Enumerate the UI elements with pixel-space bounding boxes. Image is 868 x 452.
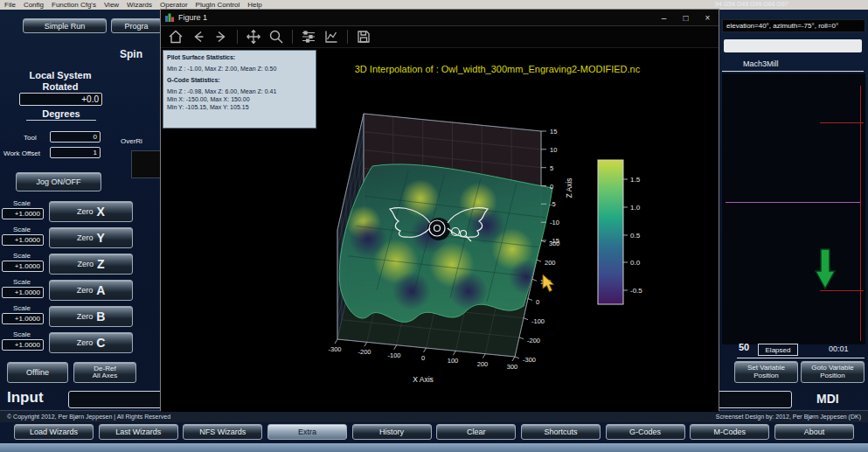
z-tick-labels: 15 10 5 0 -5 -10 -15 bbox=[550, 128, 559, 245]
g-codes-button[interactable]: G-Codes bbox=[606, 424, 685, 440]
scale-x-value[interactable]: +1.0000 bbox=[2, 208, 44, 219]
menu-operator[interactable]: Operator bbox=[160, 1, 188, 9]
toolbar-separator bbox=[292, 30, 293, 44]
plot-canvas[interactable]: -300 -200 -100 0 100 200 300 300 200 100… bbox=[161, 48, 719, 412]
divider bbox=[722, 71, 864, 72]
menu-wizards[interactable]: Wizards bbox=[127, 1, 152, 9]
svg-text:1.0: 1.0 bbox=[630, 204, 641, 212]
customize-icon[interactable] bbox=[322, 28, 341, 45]
zero-word: Zero bbox=[77, 260, 94, 268]
elapsed-value: 00:01 bbox=[829, 344, 849, 353]
figure-titlebar[interactable]: Figure 1 – □ × bbox=[161, 10, 719, 26]
scale-a-value[interactable]: +1.0000 bbox=[2, 287, 44, 298]
zero-b-button[interactable]: Zero B bbox=[49, 306, 133, 327]
zero-z-button[interactable]: Zero Z bbox=[49, 254, 133, 275]
zoom-icon[interactable] bbox=[267, 28, 286, 45]
copyright-text: © Copyright 2012, Per Bjørn Jeppesen | A… bbox=[7, 414, 170, 420]
svg-text:-200: -200 bbox=[527, 337, 540, 344]
set-variable-line2: Position bbox=[753, 372, 778, 379]
deref-all-axes-button[interactable]: De-Ref All Axes bbox=[73, 362, 136, 383]
zero-y-button[interactable]: Zero Y bbox=[49, 227, 133, 248]
scale-b-value[interactable]: +1.0000 bbox=[2, 313, 44, 324]
footer-bar: © Copyright 2012, Per Bjørn Jeppesen | A… bbox=[0, 410, 868, 422]
credit-text: Screenset Design by: 2012, Per Bjørn Jep… bbox=[716, 414, 861, 420]
pan-icon[interactable] bbox=[244, 28, 263, 45]
toolpath-trace-line bbox=[726, 202, 860, 203]
goto-variable-position-button[interactable]: Goto Variable Position bbox=[801, 361, 865, 383]
bottom-scroll-strip[interactable] bbox=[0, 443, 868, 452]
shortcuts-button[interactable]: Shortcuts bbox=[521, 424, 601, 440]
view-angles-status: elevation=40°, azimuth=-75°, roll=0° bbox=[722, 19, 865, 32]
svg-text:0: 0 bbox=[536, 298, 539, 306]
menu-help[interactable]: Help bbox=[247, 1, 261, 9]
rotation-value-field[interactable]: +0.0 bbox=[19, 93, 102, 106]
last-wizards-button[interactable]: Last Wizards bbox=[99, 424, 178, 440]
subplots-icon[interactable] bbox=[299, 28, 318, 45]
scale-label: Scale bbox=[7, 199, 31, 207]
maximize-button[interactable]: □ bbox=[675, 10, 697, 25]
toolbar-separator bbox=[347, 30, 348, 44]
nfs-wizards-button[interactable]: NFS Wizards bbox=[183, 424, 262, 440]
zero-word: Zero bbox=[77, 233, 94, 242]
colorbar-tick-labels: 1.5 1.0 0.5 0.0 -0.5 bbox=[630, 176, 642, 295]
home-icon[interactable] bbox=[166, 28, 185, 45]
set-variable-position-button[interactable]: Set Variable Position bbox=[734, 361, 798, 383]
goto-variable-line2: Position bbox=[820, 372, 844, 379]
svg-text:-100: -100 bbox=[387, 351, 400, 359]
work-offset-label: Work Offset bbox=[3, 150, 40, 157]
tool-label: Tool bbox=[24, 134, 37, 142]
zero-c-button[interactable]: Zero C bbox=[49, 332, 133, 353]
svg-text:0: 0 bbox=[550, 183, 553, 191]
load-wizards-button[interactable]: Load Wizards bbox=[14, 424, 94, 440]
pilot-surface bbox=[339, 164, 552, 323]
colorbar: 1.5 1.0 0.5 0.0 -0.5 bbox=[598, 160, 642, 304]
menu-config[interactable]: Config bbox=[24, 1, 44, 9]
deref-line2: All Axes bbox=[93, 372, 117, 379]
scale-c-value[interactable]: +1.0000 bbox=[2, 339, 44, 351]
program-button[interactable]: Progra bbox=[111, 18, 162, 33]
svg-text:-0.5: -0.5 bbox=[630, 287, 642, 295]
extra-button[interactable]: Extra bbox=[267, 424, 347, 440]
work-offset-value-field[interactable]: 1 bbox=[50, 147, 101, 158]
dro-display-bar bbox=[724, 39, 862, 52]
figure-toolbar bbox=[161, 26, 719, 48]
offline-button[interactable]: Offline bbox=[7, 362, 68, 383]
hidden-button-fragment bbox=[131, 150, 162, 178]
toolpath-limit-line bbox=[860, 86, 861, 341]
svg-text:-300: -300 bbox=[328, 345, 341, 353]
scale-label: Scale bbox=[7, 304, 31, 312]
scale-y-value[interactable]: +1.0000 bbox=[2, 234, 44, 246]
forward-icon[interactable] bbox=[212, 28, 231, 45]
back-icon[interactable] bbox=[189, 28, 208, 45]
axis-letter-z: Z bbox=[97, 257, 105, 271]
jog-down-arrow-icon[interactable] bbox=[815, 248, 836, 290]
elapsed-label: Elapsed bbox=[758, 344, 798, 356]
menu-plugin-control[interactable]: PlugIn Control bbox=[196, 1, 240, 9]
statistics-box: Pilot Surface Statistics: Min Z : -1.00,… bbox=[163, 50, 316, 129]
close-button[interactable]: × bbox=[697, 10, 719, 25]
feedrate-partial-value: 50 bbox=[739, 342, 749, 352]
save-icon[interactable] bbox=[354, 28, 373, 45]
zero-word: Zero bbox=[77, 338, 94, 347]
menu-view[interactable]: View bbox=[104, 1, 119, 9]
m-codes-button[interactable]: M-Codes bbox=[690, 424, 769, 440]
toolpath-panel bbox=[722, 73, 865, 344]
menu-function-cfgs[interactable]: Function Cfg's bbox=[52, 1, 96, 9]
svg-text:15: 15 bbox=[550, 128, 557, 136]
zero-a-button[interactable]: Zero A bbox=[49, 280, 133, 301]
zero-x-button[interactable]: Zero X bbox=[49, 201, 133, 222]
zero-word: Zero bbox=[77, 312, 94, 321]
about-button[interactable]: About bbox=[774, 424, 854, 440]
history-button[interactable]: History bbox=[352, 424, 432, 440]
simple-run-button[interactable]: Simple Run bbox=[23, 18, 107, 33]
degrees-label: Degrees bbox=[26, 108, 96, 121]
svg-text:10: 10 bbox=[550, 146, 557, 154]
svg-text:-15: -15 bbox=[550, 237, 559, 245]
svg-text:0: 0 bbox=[421, 354, 425, 362]
menu-file[interactable]: File bbox=[4, 1, 16, 9]
scale-z-value[interactable]: +1.0000 bbox=[2, 261, 44, 272]
tool-value-field[interactable]: 0 bbox=[50, 131, 101, 143]
minimize-button[interactable]: – bbox=[653, 10, 675, 25]
clear-button[interactable]: Clear bbox=[436, 424, 516, 440]
jog-on-off-button[interactable]: Jog ON/OFF bbox=[16, 172, 101, 191]
